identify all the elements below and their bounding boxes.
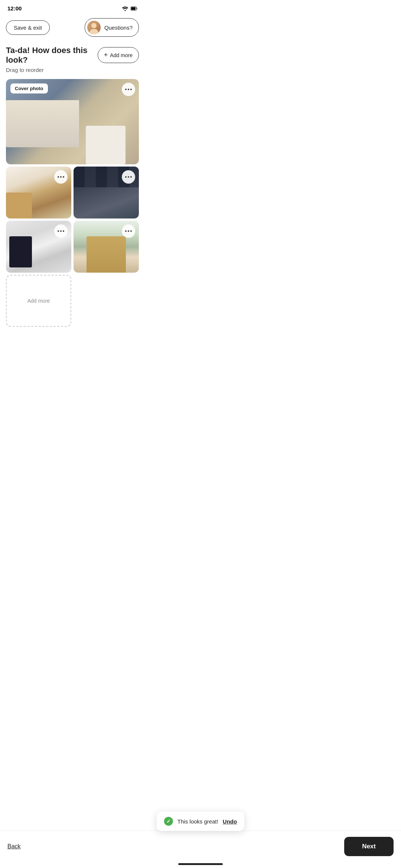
photo-living1[interactable] <box>6 167 71 218</box>
cover-photo[interactable]: Cover photo <box>6 79 139 164</box>
add-more-label: Add more <box>110 52 133 58</box>
photo-living1-options-button[interactable] <box>54 170 68 184</box>
page-heading: Ta-da! How does this look? <box>6 46 98 65</box>
title-text: Ta-da! How does this look? Drag to reord… <box>6 46 98 73</box>
photo-office[interactable] <box>74 167 139 218</box>
battery-icon <box>131 6 137 11</box>
three-dots-icon <box>125 89 132 90</box>
photos-grid: Cover photo <box>0 79 145 327</box>
status-bar: 12:00 <box>0 0 145 15</box>
header-buttons: Save & exit Questions? <box>0 15 145 43</box>
questions-label: Questions? <box>104 24 133 31</box>
save-exit-button[interactable]: Save & exit <box>6 20 50 35</box>
add-more-placeholder-label: Add more <box>27 298 50 304</box>
wifi-icon <box>122 6 128 11</box>
add-more-button[interactable]: + Add more <box>98 47 139 63</box>
svg-rect-2 <box>131 7 136 10</box>
page-subtitle: Drag to reorder <box>6 67 98 73</box>
three-dots-icon <box>58 230 64 232</box>
photo-row-2 <box>6 167 139 218</box>
photo-office-options-button[interactable] <box>122 170 135 184</box>
svg-point-0 <box>125 10 126 11</box>
photo-row-4: Add more <box>6 275 139 327</box>
photo-modern-options-button[interactable] <box>54 224 68 238</box>
photo-row-3 <box>6 221 139 273</box>
three-dots-icon <box>125 230 132 232</box>
questions-button[interactable]: Questions? <box>85 18 139 37</box>
cover-photo-options-button[interactable] <box>122 83 135 96</box>
cover-badge: Cover photo <box>10 83 48 93</box>
three-dots-icon <box>125 176 132 178</box>
photo-building-options-button[interactable] <box>122 224 135 238</box>
photo-modern[interactable] <box>6 221 71 273</box>
title-section: Ta-da! How does this look? Drag to reord… <box>0 43 145 79</box>
three-dots-icon <box>58 176 64 178</box>
status-time: 12:00 <box>7 5 22 11</box>
avatar <box>87 21 101 34</box>
photo-building[interactable] <box>74 221 139 273</box>
add-more-placeholder[interactable]: Add more <box>6 275 71 327</box>
status-icons <box>122 6 137 11</box>
plus-icon: + <box>104 51 108 59</box>
